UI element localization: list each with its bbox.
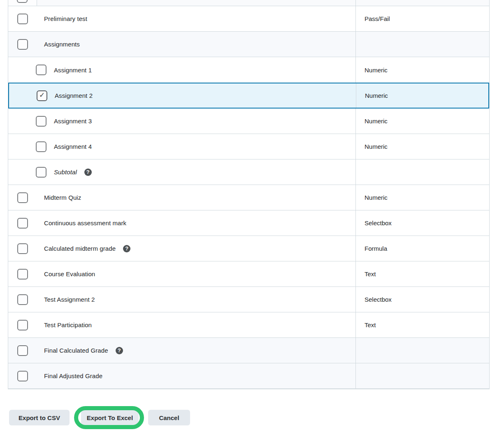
table-row[interactable]: ✓ Test Participation ? Text (8, 312, 489, 338)
grade-item-type: Numeric (356, 83, 488, 108)
grade-item-type: Numeric (355, 185, 489, 210)
table-row[interactable]: ✓ Test Assignment 2 ? Selectbox (8, 287, 489, 312)
row-checkbox[interactable]: ✓ (17, 269, 28, 280)
grade-item-cell: ✓ Test Participation ? (8, 312, 355, 337)
row-checkbox[interactable]: ✓ (37, 90, 47, 101)
grade-item-type: Text (355, 312, 489, 337)
grade-item-cell: ✓ Course Evaluation ? (8, 261, 355, 286)
table-row[interactable]: ✓ Assignment 3 ? Numeric (8, 109, 489, 134)
table-row[interactable]: ✓ Assignment 4 ? Numeric (8, 134, 489, 159)
grade-item-label: Assignment 3 (54, 118, 92, 125)
grade-item-type: Selectbox (355, 287, 489, 312)
grade-item-cell: ✓ Assignment 3 ? (8, 109, 355, 134)
row-checkbox[interactable]: ✓ (17, 218, 28, 229)
table-row[interactable]: ✓ Course Evaluation ? Text (8, 261, 489, 287)
table-row[interactable]: ✓ Assignment 1 ? Numeric (8, 57, 489, 83)
table-body: ✓ Preliminary test ? Pass/Fail ✓ Assignm… (8, 6, 489, 389)
grade-item-cell: ✓ Midterm Quiz ? (8, 185, 355, 210)
grade-items-table: ✓ Preliminary test ? Pass/Fail ✓ Assignm… (8, 0, 490, 389)
table-row[interactable]: ✓ Assignments ? (8, 32, 489, 57)
export-grades-page: ✓ Preliminary test ? Pass/Fail ✓ Assignm… (0, 0, 504, 432)
partial-name-cell (37, 0, 355, 6)
table-row[interactable]: ✓ Preliminary test ? Pass/Fail (8, 6, 489, 32)
checkmark-icon: ✓ (39, 92, 45, 99)
grade-item-type: Numeric (355, 109, 489, 134)
row-checkbox[interactable]: ✓ (17, 243, 28, 254)
grade-item-cell: ✓ Test Assignment 2 ? (8, 287, 355, 312)
grade-item-type: Numeric (355, 57, 489, 83)
row-checkbox[interactable]: ✓ (36, 141, 46, 152)
grade-item-cell: ✓ Continuous assessment mark ? (8, 210, 355, 236)
help-icon[interactable]: ? (84, 169, 92, 176)
table-row[interactable]: ✓ Final Adjusted Grade ? (8, 363, 489, 389)
partial-type-cell (355, 0, 489, 6)
grade-item-type: Selectbox (355, 210, 489, 236)
grade-item-type (355, 32, 489, 57)
grade-item-label: Assignment 4 (54, 143, 92, 150)
grade-item-cell: ✓ Assignments ? (8, 32, 355, 57)
cancel-button[interactable]: Cancel (148, 410, 190, 425)
help-icon[interactable]: ? (116, 347, 123, 354)
export-csv-button[interactable]: Export to CSV (9, 410, 70, 425)
row-checkbox[interactable]: ✓ (17, 39, 28, 50)
grade-item-cell: ✓ Calculated midterm grade ? (8, 236, 355, 261)
grade-item-cell: ✓ Final Calculated Grade ? (8, 338, 355, 363)
partial-checkbox-cell (8, 0, 37, 6)
row-checkbox[interactable]: ✓ (36, 65, 46, 75)
table-row[interactable]: ✓ Subtotal ? (8, 159, 489, 185)
row-checkbox[interactable]: ✓ (36, 116, 46, 127)
row-checkbox[interactable]: ✓ (17, 192, 28, 203)
grade-item-label: Preliminary test (44, 15, 87, 22)
grade-item-label: Final Adjusted Grade (44, 372, 102, 379)
help-icon[interactable]: ? (123, 245, 130, 252)
row-checkbox[interactable]: ✓ (17, 320, 28, 330)
row-checkbox[interactable] (17, 0, 28, 3)
table-row[interactable]: ✓ Midterm Quiz ? Numeric (8, 185, 489, 210)
grade-item-label: Midterm Quiz (44, 194, 81, 201)
grade-item-type (355, 363, 489, 388)
grade-item-label: Test Participation (44, 321, 92, 328)
grade-item-cell: ✓ Final Adjusted Grade ? (8, 363, 355, 388)
grade-item-type: Pass/Fail (355, 6, 489, 31)
grade-item-cell: ✓ Subtotal ? (8, 159, 355, 185)
table-partial-row (8, 0, 489, 6)
table-row[interactable]: ✓ Continuous assessment mark ? Selectbox (8, 210, 489, 236)
row-checkbox[interactable]: ✓ (17, 345, 28, 356)
export-excel-button[interactable]: Export To Excel (81, 410, 139, 425)
grade-item-label: Course Evaluation (44, 270, 95, 277)
table-row[interactable]: ✓ Calculated midterm grade ? Formula (8, 236, 489, 261)
grade-item-cell: ✓ Assignment 2 ? (9, 83, 356, 108)
grade-item-type: Formula (355, 236, 489, 261)
grade-item-cell: ✓ Assignment 1 ? (8, 57, 355, 83)
grade-item-type: Text (355, 261, 489, 286)
grade-item-label: Calculated midterm grade (44, 245, 116, 252)
grade-item-label: Test Assignment 2 (44, 296, 95, 303)
grade-item-label: Assignment 2 (55, 92, 93, 99)
row-checkbox[interactable]: ✓ (17, 371, 28, 381)
grade-item-label: Assignments (44, 41, 80, 48)
grade-item-type: Numeric (355, 134, 489, 159)
grade-item-label: Subtotal (54, 169, 77, 176)
row-checkbox[interactable]: ✓ (36, 167, 46, 178)
row-checkbox[interactable]: ✓ (17, 294, 28, 305)
row-checkbox[interactable]: ✓ (17, 14, 28, 24)
grade-item-label: Assignment 1 (54, 67, 92, 74)
grade-item-cell: ✓ Preliminary test ? (8, 6, 355, 31)
grade-item-cell: ✓ Assignment 4 ? (8, 134, 355, 159)
grade-item-type (355, 338, 489, 363)
grade-item-label: Final Calculated Grade (44, 347, 108, 354)
grade-item-label: Continuous assessment mark (44, 219, 126, 226)
table-row[interactable]: ✓ Final Calculated Grade ? (8, 338, 489, 363)
grade-item-type (355, 159, 489, 185)
table-row[interactable]: ✓ Assignment 2 ? Numeric (8, 83, 489, 109)
